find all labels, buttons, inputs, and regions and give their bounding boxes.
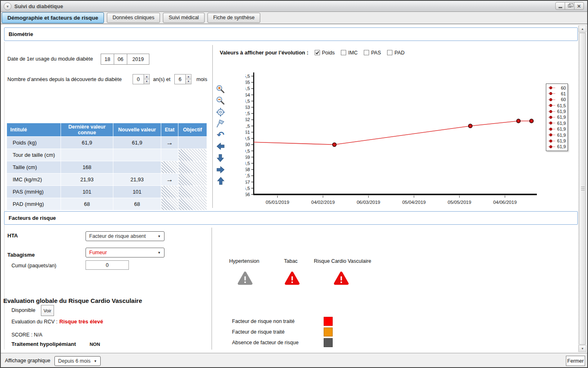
table-cell-objectif — [178, 198, 207, 210]
checkbox-label: PAD — [394, 50, 405, 56]
chart-legend-value: 61 — [561, 91, 566, 96]
hta-dropdown[interactable]: Facteur de risque absent ▼ — [86, 231, 164, 241]
checkbox-poids[interactable]: Poids — [315, 50, 335, 56]
table-cell-new-value[interactable]: 21,93 — [113, 174, 161, 186]
svg-text:62,5: 62,5 — [246, 111, 250, 116]
window-menu-button[interactable]: ▾ — [4, 2, 11, 10]
chart-legend-item: 60 — [548, 85, 566, 90]
table-row: PAD (mmHg)6868 — [7, 198, 207, 210]
checkbox-label: Poids — [322, 50, 335, 56]
duration-label: Nombre d’années depuis la découverte du … — [7, 77, 122, 82]
table-cell-new-value[interactable] — [113, 161, 161, 174]
table-cell-new-value[interactable]: 61,9 — [113, 137, 161, 149]
affichage-dropdown[interactable]: Depuis 6 mois ▼ — [54, 356, 101, 366]
table-cell-label: Tour de taille (cm) — [7, 149, 61, 161]
years-value[interactable]: 0 — [133, 74, 144, 84]
date-usage-label: Date de 1er usage du module diabète — [7, 56, 93, 62]
spinner-up-icon[interactable]: ▲ — [186, 75, 191, 79]
checkbox-pad[interactable]: PAD — [387, 50, 405, 56]
vertical-scrollbar[interactable]: ▲ ▼ — [578, 25, 586, 352]
checkbox-label: PAS — [371, 50, 381, 56]
risk-legend-label: Facteur de risque non traité — [232, 318, 324, 324]
scrollbar-thumb[interactable] — [579, 33, 586, 345]
table-cell-new-value[interactable]: 101 — [113, 186, 161, 198]
months-stepper[interactable]: 6 ▲ ▼ — [174, 74, 191, 84]
close-button[interactable]: × — [574, 2, 584, 10]
chart-legend-item: 61,9 — [548, 144, 566, 149]
chart-area: 65,56564,56463,56362,56261,56160,56059,5… — [246, 70, 540, 212]
chart-legend-item: 61,9 — [548, 132, 566, 138]
table-cell-new-value[interactable] — [113, 149, 161, 161]
title-bar: ▾ Suivi du diabétique × — [1, 1, 587, 12]
risk-legend-label: Absence de facteur de risque — [232, 340, 324, 345]
months-value[interactable]: 6 — [174, 74, 186, 84]
svg-text:57: 57 — [246, 180, 250, 185]
tab-donn-es-cliniques[interactable]: Données cliniques — [107, 13, 160, 23]
chart-legend-value: 61,9 — [557, 133, 566, 138]
chevron-down-icon: ▼ — [158, 251, 161, 255]
years-stepper[interactable]: 0 ▲ ▼ — [133, 74, 150, 84]
table-row: Tour de taille (cm) — [7, 149, 207, 161]
table-cell-last-value: 61,9 — [61, 137, 113, 149]
date-year-field[interactable]: 2019 — [127, 54, 149, 65]
fermer-button[interactable]: Fermer — [566, 356, 585, 366]
table-cell-objectif — [178, 149, 207, 161]
pan-down-icon[interactable] — [215, 153, 226, 163]
table-cell-objectif — [178, 161, 207, 174]
tab-fiche-de-synth-se[interactable]: Fiche de synthèse — [207, 13, 260, 23]
checkbox-pas[interactable]: PAS — [364, 50, 381, 56]
pin-icon[interactable] — [215, 119, 226, 129]
months-spin-buttons[interactable]: ▲ ▼ — [186, 74, 191, 84]
checkbox-imc[interactable]: IMC — [341, 50, 358, 56]
tabagisme-dropdown[interactable]: Fumeur ▼ — [86, 248, 164, 257]
trend-arrow-icon: → — [166, 139, 173, 147]
pan-left-icon[interactable] — [215, 142, 226, 151]
svg-text:59: 59 — [246, 155, 250, 160]
voir-button[interactable]: Voir — [41, 305, 54, 316]
table-header-cell: Objectif — [178, 123, 207, 137]
footer-bar: Affichage graphique Depuis 6 mois ▼ Ferm… — [1, 353, 587, 367]
checkbox-icon — [315, 50, 320, 55]
svg-text:58,5: 58,5 — [246, 161, 250, 166]
chart-legend-value: 60 — [561, 86, 566, 90]
panel-divider-lower — [212, 228, 212, 350]
restore-button[interactable] — [565, 2, 574, 10]
warning-triangle-icon-rcv — [333, 271, 349, 286]
spinner-down-icon[interactable]: ▼ — [144, 79, 149, 84]
table-cell-etat: → — [161, 174, 178, 186]
center-target-icon[interactable] — [215, 107, 226, 117]
table-cell-new-value[interactable]: 68 — [113, 198, 161, 210]
tab-suivi-m-dical[interactable]: Suivi médical — [163, 13, 205, 23]
rcv-eval-label: Evaluation du RCV : — [11, 319, 58, 325]
chart-legend-value: 61,5 — [557, 103, 566, 108]
chart-legend-value: 61,9 — [557, 138, 566, 143]
years-spin-buttons[interactable]: ▲ ▼ — [144, 74, 150, 84]
zoom-out-icon[interactable] — [215, 96, 226, 106]
spinner-up-icon[interactable]: ▲ — [144, 75, 149, 79]
zoom-in-icon[interactable] — [215, 84, 226, 94]
minimize-button[interactable] — [555, 2, 565, 10]
table-cell-label: Taille (cm) — [7, 161, 61, 174]
date-day-field[interactable]: 18 — [101, 54, 114, 65]
disponible-label: Disponible — [11, 307, 35, 313]
cumul-input[interactable]: 0 — [86, 260, 129, 270]
app-window: ▾ Suivi du diabétique × Démographie et f… — [0, 0, 588, 368]
svg-text:61,5: 61,5 — [246, 124, 250, 129]
svg-text:05/05/2019: 05/05/2019 — [448, 200, 471, 205]
tab-d-mographie-et-facteurs-de-risque[interactable]: Démographie et facteurs de risque — [2, 12, 104, 23]
scroll-up-button[interactable]: ▲ — [579, 25, 586, 32]
risk-legend-swatch — [324, 317, 333, 326]
rcv-eval-value: Risque très élevé — [59, 318, 103, 325]
scroll-up-icon: ▲ — [581, 27, 584, 30]
spinner-down-icon[interactable]: ▼ — [186, 79, 191, 84]
cumul-label: Cumul (paquets/an) — [11, 263, 56, 269]
window-controls: × — [556, 2, 584, 10]
scroll-down-button[interactable]: ▼ — [579, 345, 586, 352]
undo-icon[interactable]: ↶ — [215, 130, 226, 140]
pan-up-icon[interactable] — [215, 176, 226, 186]
tab-bar: Démographie et facteurs de risqueDonnées… — [1, 12, 587, 24]
risk-legend-row: Facteur de risque non traité — [232, 316, 333, 327]
pan-right-icon[interactable] — [215, 165, 226, 174]
table-cell-label: PAS (mmHg) — [7, 186, 61, 198]
date-month-field[interactable]: 06 — [114, 54, 127, 65]
